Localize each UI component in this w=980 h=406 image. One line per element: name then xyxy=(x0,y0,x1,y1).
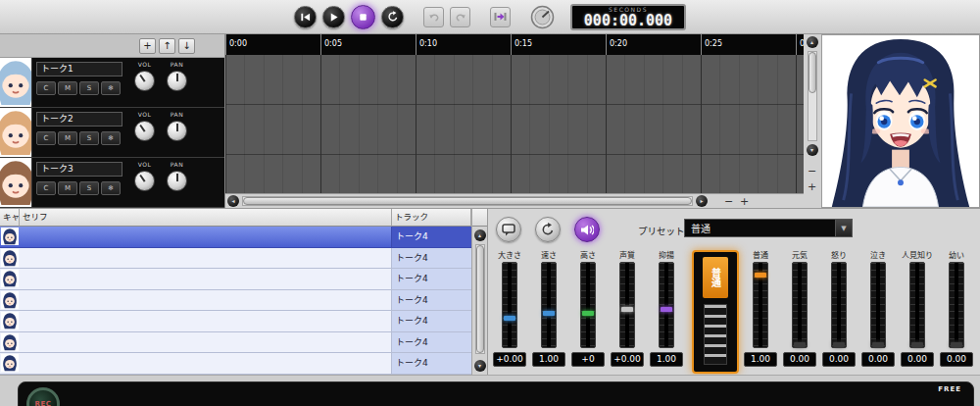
slider-track[interactable] xyxy=(502,262,517,348)
scroll-right-button[interactable]: ▸ xyxy=(696,195,708,207)
row-track-name[interactable]: トーク4 xyxy=(392,290,471,311)
track-chain-button[interactable]: C xyxy=(36,81,56,95)
dialogue-row[interactable]: トーク4 xyxy=(0,311,471,332)
slider-track[interactable] xyxy=(870,262,886,348)
rec-button[interactable]: REC xyxy=(26,387,60,406)
preset-dropdown[interactable]: 普通 ▼ xyxy=(684,219,853,237)
track-freeze-button[interactable]: ❄ xyxy=(101,181,121,195)
volume-knob[interactable] xyxy=(134,121,155,141)
slider-handle[interactable] xyxy=(661,307,672,312)
dialogue-row[interactable]: トーク4 xyxy=(0,353,471,375)
slider-handle[interactable] xyxy=(951,342,962,347)
repeat-playback-button[interactable] xyxy=(535,217,561,242)
track-name[interactable]: トーク2 xyxy=(36,112,122,127)
dialogue-scrollbar-track[interactable] xyxy=(475,244,485,354)
slider-handle[interactable] xyxy=(833,342,845,347)
slider-handle[interactable] xyxy=(543,311,555,316)
jog-dial[interactable] xyxy=(530,5,555,29)
dialogue-scroll-up-button[interactable]: ▴ xyxy=(474,229,486,241)
text-bubble-button[interactable] xyxy=(496,217,521,242)
row-track-name[interactable]: トーク4 xyxy=(392,311,471,331)
track-row[interactable]: トーク3CMS❄VOLPAN xyxy=(0,158,224,208)
add-track-button[interactable]: + xyxy=(139,38,156,54)
row-track-name[interactable]: トーク4 xyxy=(392,269,471,289)
row-line-text[interactable] xyxy=(20,353,392,374)
track-freeze-button[interactable]: ❄ xyxy=(101,81,121,95)
row-line-text[interactable] xyxy=(20,269,392,289)
dialogue-scrollbar-thumb[interactable] xyxy=(476,245,484,353)
slider-track[interactable] xyxy=(753,262,768,348)
track-name[interactable]: トーク3 xyxy=(36,162,122,177)
dialogue-row[interactable]: トーク4 xyxy=(0,332,471,354)
track-solo-button[interactable]: S xyxy=(79,181,99,195)
v-zoom-out-button[interactable]: − xyxy=(806,165,818,178)
row-line-text[interactable] xyxy=(20,290,392,311)
skip-to-start-button[interactable] xyxy=(294,6,317,28)
slider-track[interactable] xyxy=(909,262,925,348)
h-scrollbar-thumb[interactable] xyxy=(243,197,692,205)
scroll-left-button[interactable]: ◂ xyxy=(227,195,239,207)
row-line-text[interactable] xyxy=(20,248,392,269)
volume-knob[interactable] xyxy=(134,71,155,91)
dialogue-row[interactable]: トーク4 xyxy=(0,248,471,270)
row-line-text[interactable] xyxy=(20,227,392,247)
row-track-name[interactable]: トーク4 xyxy=(392,332,471,353)
slider-handle[interactable] xyxy=(755,273,766,278)
stop-button[interactable] xyxy=(351,5,375,29)
track-solo-button[interactable]: S xyxy=(79,81,99,95)
dialogue-row[interactable]: トーク4 xyxy=(0,269,471,290)
insert-position-button[interactable] xyxy=(490,7,511,27)
slider-track[interactable] xyxy=(580,262,596,348)
slider-track[interactable] xyxy=(659,262,674,348)
slider-handle[interactable] xyxy=(872,342,884,347)
dropdown-button[interactable]: ▼ xyxy=(835,220,852,236)
dialogue-row[interactable]: トーク4 xyxy=(0,290,471,312)
zoom-out-button[interactable]: − xyxy=(722,195,735,208)
row-track-name[interactable]: トーク4 xyxy=(392,227,471,247)
track-mute-button[interactable]: M xyxy=(58,131,77,145)
master-emotion-fader[interactable]: 普通 xyxy=(692,250,739,374)
pan-knob[interactable] xyxy=(167,71,187,91)
undo-button[interactable] xyxy=(423,7,444,27)
pan-knob[interactable] xyxy=(167,121,187,141)
track-row[interactable]: トーク1CMS❄VOLPAN xyxy=(0,58,224,108)
row-track-name[interactable]: トーク4 xyxy=(392,353,471,374)
zoom-in-button[interactable]: + xyxy=(738,195,751,208)
move-track-up-button[interactable]: ↑ xyxy=(159,38,175,54)
scroll-down-button[interactable]: ▾ xyxy=(807,144,818,156)
pan-knob[interactable] xyxy=(167,171,187,191)
master-fader-track[interactable] xyxy=(704,304,727,365)
slider-track[interactable] xyxy=(541,262,557,348)
slider-handle[interactable] xyxy=(911,342,923,347)
slider-track[interactable] xyxy=(949,262,964,348)
row-track-name[interactable]: トーク4 xyxy=(392,248,471,269)
track-row[interactable]: トーク2CMS❄VOLPAN xyxy=(0,108,224,158)
track-freeze-button[interactable]: ❄ xyxy=(101,131,121,145)
slider-handle[interactable] xyxy=(582,311,594,316)
move-track-down-button[interactable]: ↓ xyxy=(178,38,195,54)
speak-button[interactable] xyxy=(574,217,600,242)
slider-track[interactable] xyxy=(792,262,808,348)
slider-track[interactable] xyxy=(831,262,847,348)
timeline-ruler[interactable]: 0:000:050:100:150:200:250:3 xyxy=(225,34,804,55)
slider-handle[interactable] xyxy=(794,342,806,347)
slider-handle[interactable] xyxy=(621,307,633,312)
v-scrollbar-thumb[interactable] xyxy=(808,52,816,93)
scroll-up-button[interactable]: ▴ xyxy=(807,36,818,48)
track-solo-button[interactable]: S xyxy=(79,131,99,145)
dialogue-scroll-down-button[interactable]: ▾ xyxy=(474,360,486,372)
dialogue-row[interactable]: トーク4 xyxy=(0,227,471,248)
track-name[interactable]: トーク1 xyxy=(36,62,122,76)
row-line-text[interactable] xyxy=(20,332,392,353)
row-line-text[interactable] xyxy=(20,311,392,331)
timeline-grid[interactable] xyxy=(225,55,804,194)
slider-handle[interactable] xyxy=(504,316,515,321)
loop-button[interactable] xyxy=(381,6,404,28)
v-scrollbar-track[interactable] xyxy=(808,51,817,141)
redo-button[interactable] xyxy=(450,7,470,27)
v-zoom-in-button[interactable]: + xyxy=(806,180,818,193)
slider-track[interactable] xyxy=(619,262,635,348)
volume-knob[interactable] xyxy=(134,171,155,191)
track-mute-button[interactable]: M xyxy=(58,181,77,195)
track-chain-button[interactable]: C xyxy=(36,181,56,195)
